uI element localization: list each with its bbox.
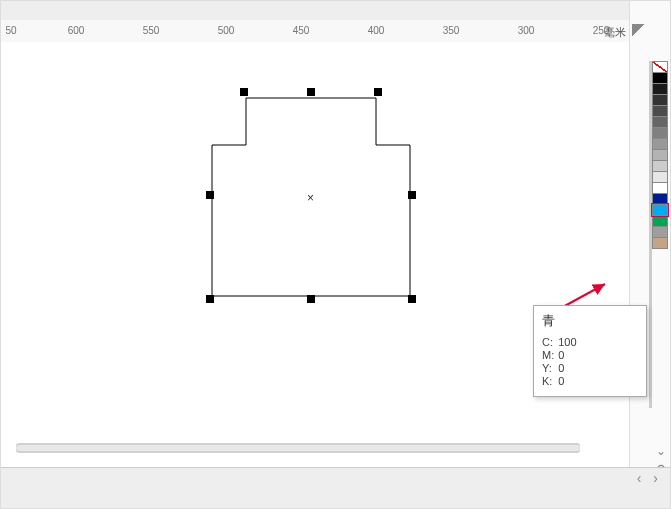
selection-handle-ne[interactable]: [374, 88, 382, 96]
top-toolbar: [1, 1, 670, 21]
tooltip-c-value: 100: [558, 336, 580, 349]
selection-handle-sw[interactable]: [206, 295, 214, 303]
selection-handle-se[interactable]: [408, 295, 416, 303]
selection-handle-w[interactable]: [206, 191, 214, 199]
ruler-tick: 50: [5, 25, 16, 36]
nav-next-icon[interactable]: ›: [653, 470, 662, 486]
horizontal-scrollbar[interactable]: [16, 443, 580, 453]
right-panel: ⌄ ⚲: [629, 1, 670, 508]
horizontal-ruler: 50 600 550 500 450 400 350 300 250 毫米: [1, 20, 630, 43]
tooltip-m-label: M:: [542, 349, 558, 362]
drawing-canvas[interactable]: ×: [1, 42, 630, 468]
selection-center-mark: ×: [307, 191, 314, 205]
swatch-brown[interactable]: [652, 237, 668, 249]
ruler-tick: 550: [143, 25, 160, 36]
ruler-tick: 400: [368, 25, 385, 36]
nav-prev-icon[interactable]: ‹: [637, 470, 646, 486]
selection-handle-n[interactable]: [307, 88, 315, 96]
selection-handle-nw[interactable]: [240, 88, 248, 96]
ruler-tick: 350: [443, 25, 460, 36]
tooltip-title: 青: [542, 312, 638, 330]
color-tooltip: 青 C:100 M:0 Y:0 K:0: [533, 305, 647, 397]
eyedropper-icon[interactable]: [632, 24, 648, 40]
palette-more-icon[interactable]: ⌄: [656, 444, 666, 458]
ruler-tick: 600: [68, 25, 85, 36]
tooltip-m-value: 0: [558, 349, 580, 362]
ruler-unit: 毫米: [604, 25, 626, 40]
ruler-tick: 450: [293, 25, 310, 36]
tooltip-c-label: C:: [542, 336, 558, 349]
tooltip-k-value: 0: [558, 375, 580, 388]
tooltip-y-value: 0: [558, 362, 580, 375]
page-navigator[interactable]: ‹ ›: [637, 470, 662, 486]
color-palette: [652, 61, 668, 248]
tooltip-y-label: Y:: [542, 362, 558, 375]
ruler-tick: 500: [218, 25, 235, 36]
tooltip-k-label: K:: [542, 375, 558, 388]
selection-handle-e[interactable]: [408, 191, 416, 199]
status-bar: ‹ ›: [1, 467, 670, 508]
selection-handle-s[interactable]: [307, 295, 315, 303]
ruler-tick: 300: [518, 25, 535, 36]
